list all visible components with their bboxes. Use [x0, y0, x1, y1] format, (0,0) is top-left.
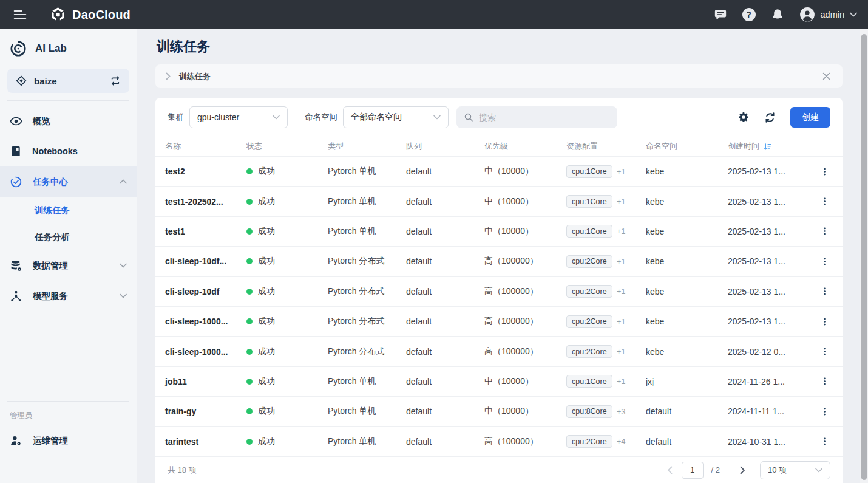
job-name-link[interactable]: cli-sleep-1000...	[155, 347, 246, 357]
prev-page-icon[interactable]	[666, 465, 674, 476]
sidebar-item-overview[interactable]: 概览	[0, 106, 137, 136]
resource-more-badge[interactable]: +3	[617, 407, 626, 416]
resource-more-badge[interactable]: +1	[617, 227, 626, 236]
resource-more-badge[interactable]: +1	[617, 257, 626, 266]
job-priority: 高（100000）	[484, 256, 566, 267]
menu-toggle-icon[interactable]	[12, 7, 28, 22]
resource-more-badge[interactable]: +1	[617, 167, 626, 176]
vertical-scrollbar[interactable]	[861, 34, 867, 480]
close-icon[interactable]	[821, 70, 832, 82]
table-row[interactable]: cli-sleep-10df 成功 Pytorch 分布式 default 高（…	[155, 276, 843, 306]
resource-tag: cpu:1Core	[566, 375, 612, 388]
table-row[interactable]: job11 成功 Pytorch 单机 default 中（10000） cpu…	[155, 366, 843, 396]
workspace-selector[interactable]: baize	[7, 69, 129, 93]
namespace-select[interactable]: 全部命名空间	[343, 106, 449, 128]
sidebar-item-training-tasks[interactable]: 训练任务	[0, 197, 137, 224]
row-actions-kebab-icon[interactable]	[817, 344, 832, 359]
sidebar-item-task-analysis[interactable]: 任务分析	[0, 224, 137, 250]
resource-more-badge[interactable]: +1	[617, 377, 626, 386]
job-created-time: 2024-10-31 1...	[728, 437, 806, 447]
job-status-label: 成功	[258, 196, 275, 207]
table-row[interactable]: cli-sleep-10df... 成功 Pytorch 分布式 default…	[155, 246, 843, 276]
column-header-created[interactable]: 创建时间	[728, 141, 806, 152]
page-size-select[interactable]: 10 项	[760, 461, 830, 479]
job-status-label: 成功	[258, 376, 275, 387]
row-actions-kebab-icon[interactable]	[817, 284, 832, 299]
sidebar-item-label: Notebooks	[32, 146, 78, 156]
table-row[interactable]: test1 成功 Pytorch 单机 default 中（10000） cpu…	[155, 216, 843, 246]
table-row[interactable]: tarintest 成功 Pytorch 单机 default 高（100000…	[155, 426, 843, 456]
table-header: 名称 状态 类型 队列 优先级 资源配置 命名空间 创建时间	[155, 137, 843, 156]
resource-more-badge[interactable]: +1	[617, 347, 626, 356]
sidebar-item-ops-management[interactable]: 运维管理	[0, 425, 137, 456]
table-settings-gear-icon[interactable]	[737, 111, 750, 123]
row-actions-kebab-icon[interactable]	[817, 164, 832, 179]
row-actions-kebab-icon[interactable]	[817, 224, 832, 239]
sidebar-item-model-services[interactable]: 模型服务	[0, 281, 137, 311]
job-name-link[interactable]: cli-sleep-10df	[155, 287, 246, 296]
next-page-icon[interactable]	[739, 465, 747, 476]
sort-descending-icon[interactable]	[763, 142, 772, 151]
switch-workspace-icon[interactable]	[109, 75, 121, 87]
page-number-input[interactable]	[682, 462, 704, 479]
job-name-link[interactable]: train-gy	[155, 406, 246, 416]
eye-icon	[10, 115, 22, 128]
refresh-icon[interactable]	[764, 111, 776, 124]
brand[interactable]: DaoCloud	[50, 7, 131, 23]
create-button[interactable]: 创建	[790, 107, 830, 128]
table-footer: 共 18 项 / 2 10 项	[155, 456, 843, 483]
table-row[interactable]: test1-202502... 成功 Pytorch 单机 default 中（…	[155, 186, 843, 216]
resource-tag: cpu:2Core	[566, 435, 612, 448]
table-row[interactable]: train-gy 成功 Pytorch 单机 default 中（10000） …	[155, 396, 843, 426]
job-name-link[interactable]: test1	[155, 227, 246, 236]
resource-more-badge[interactable]: +1	[617, 287, 626, 296]
chevron-down-icon	[433, 115, 441, 120]
daocloud-logo-icon	[50, 7, 66, 23]
job-status-label: 成功	[258, 226, 275, 237]
breadcrumb-item[interactable]: 训练任务	[179, 71, 211, 82]
cluster-select[interactable]: gpu-cluster	[189, 106, 288, 128]
table-row[interactable]: cli-sleep-1000... 成功 Pytorch 分布式 default…	[155, 336, 843, 366]
row-actions-kebab-icon[interactable]	[817, 434, 832, 449]
feedback-chat-icon[interactable]	[714, 8, 727, 21]
notifications-bell-icon[interactable]	[771, 8, 784, 21]
job-resources: cpu:1Core +1	[566, 225, 646, 238]
column-header-name: 名称	[155, 141, 246, 152]
task-center-icon	[10, 176, 22, 188]
chevron-down-icon	[273, 115, 280, 120]
job-namespace: kebe	[646, 347, 728, 357]
sidebar-item-label: 运维管理	[33, 435, 68, 447]
search-input[interactable]	[479, 112, 610, 122]
help-icon[interactable]: ?	[742, 8, 756, 21]
job-name-link[interactable]: tarintest	[155, 437, 246, 447]
job-created-time: 2025-02-13 1...	[728, 256, 806, 266]
job-priority: 中（10000）	[484, 226, 566, 237]
resource-more-badge[interactable]: +1	[617, 197, 626, 206]
column-header-type: 类型	[328, 141, 406, 152]
job-name-link[interactable]: cli-sleep-1000...	[155, 317, 246, 326]
job-queue: default	[406, 317, 484, 326]
row-actions-kebab-icon[interactable]	[817, 254, 832, 269]
row-actions-kebab-icon[interactable]	[817, 404, 832, 419]
row-actions-kebab-icon[interactable]	[817, 314, 832, 329]
sidebar-item-data-management[interactable]: 数据管理	[0, 250, 137, 281]
status-success-dot-icon	[246, 199, 253, 205]
job-name-link[interactable]: job11	[155, 377, 246, 386]
job-type: Pytorch 单机	[328, 166, 406, 177]
table-row[interactable]: test2 成功 Pytorch 单机 default 中（10000） cpu…	[155, 156, 843, 186]
table-row[interactable]: cli-sleep-1000... 成功 Pytorch 分布式 default…	[155, 306, 843, 336]
resource-more-badge[interactable]: +4	[617, 437, 626, 446]
job-name-link[interactable]: test2	[155, 166, 246, 176]
chevron-right-icon[interactable]	[166, 72, 171, 80]
sidebar-item-task-center[interactable]: 任务中心	[0, 166, 137, 197]
row-actions-kebab-icon[interactable]	[817, 374, 832, 389]
row-actions-kebab-icon[interactable]	[817, 194, 832, 209]
job-namespace: kebe	[646, 197, 728, 207]
user-menu[interactable]: admin	[799, 7, 858, 22]
job-name-link[interactable]: test1-202502...	[155, 197, 246, 207]
job-status-label: 成功	[258, 406, 275, 417]
sidebar-item-notebooks[interactable]: Notebooks	[0, 136, 137, 166]
resource-more-badge[interactable]: +1	[617, 317, 626, 326]
job-name-link[interactable]: cli-sleep-10df...	[155, 256, 246, 266]
job-queue: default	[406, 256, 484, 266]
